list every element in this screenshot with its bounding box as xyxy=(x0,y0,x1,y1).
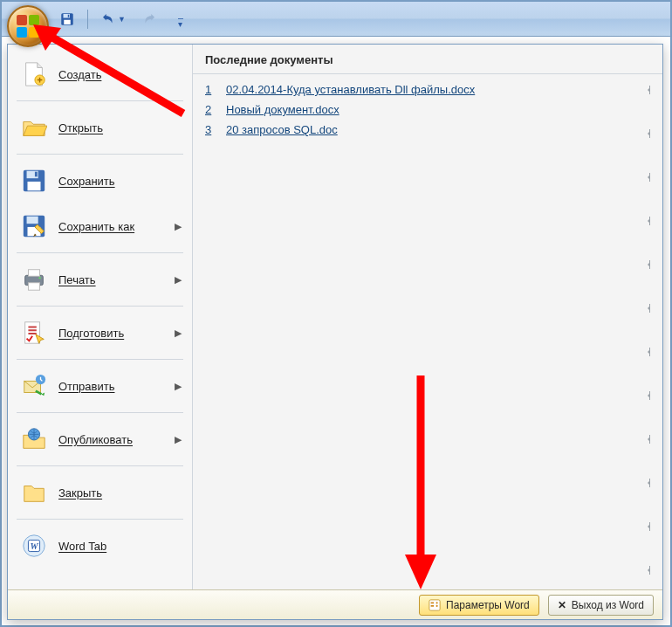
print-icon xyxy=(20,265,48,293)
recent-document-item[interactable]: 2 Новый документ.docx xyxy=(193,100,662,120)
svg-rect-10 xyxy=(27,217,38,224)
office-button[interactable] xyxy=(7,5,49,47)
submenu-arrow-icon: ▶ xyxy=(175,327,182,339)
menu-divider xyxy=(17,465,183,466)
cmd-label: Word Tab xyxy=(58,540,106,553)
exit-word-button[interactable]: ✕ Выход из Word xyxy=(548,595,654,616)
menu-divider xyxy=(17,519,183,520)
qat-save-button[interactable] xyxy=(56,10,79,29)
qat-redo-button[interactable] xyxy=(138,10,161,29)
submenu-arrow-icon: ▶ xyxy=(175,221,182,232)
menu-divider xyxy=(17,412,183,413)
close-x-icon: ✕ xyxy=(558,599,566,611)
close-folder-icon xyxy=(20,479,48,506)
recent-doc-number: 1 xyxy=(205,83,217,96)
qat-customize-button[interactable]: ⎯▾ xyxy=(175,8,187,31)
send-icon xyxy=(20,372,48,400)
menu-divider xyxy=(17,252,183,253)
office-menu-commands: Создать Открыть Сохранить Со xyxy=(8,45,193,589)
pin-icon[interactable] xyxy=(640,258,654,272)
cmd-label: Опубликовать xyxy=(58,433,133,446)
save-icon xyxy=(20,167,48,195)
menu-divider xyxy=(17,154,183,155)
svg-rect-14 xyxy=(28,283,39,290)
svg-rect-8 xyxy=(35,172,38,177)
recent-documents-panel: Последние документы 1 02.04.2014-Куда ус… xyxy=(193,45,662,589)
cmd-word-tab[interactable]: W Word Tab xyxy=(8,523,192,568)
pin-icon[interactable] xyxy=(640,83,654,97)
submenu-arrow-icon: ▶ xyxy=(175,434,182,445)
cmd-open[interactable]: Открыть xyxy=(8,105,192,150)
qat-undo-button[interactable]: ▼ xyxy=(97,10,129,29)
cmd-new[interactable]: Создать xyxy=(8,52,192,97)
word-tab-icon: W xyxy=(20,532,48,560)
recent-document-item[interactable]: 3 20 запросов SQL.doc xyxy=(193,120,662,140)
recent-doc-number: 3 xyxy=(205,123,217,136)
new-document-icon xyxy=(20,60,48,88)
svg-rect-24 xyxy=(431,602,435,603)
button-label: Выход из Word xyxy=(572,599,644,611)
svg-point-26 xyxy=(436,602,438,603)
pin-icon[interactable] xyxy=(640,389,654,403)
cmd-label: Отправить xyxy=(58,380,114,393)
pin-icon[interactable] xyxy=(640,127,654,141)
cmd-label: Создать xyxy=(58,68,101,81)
recent-documents-header: Последние документы xyxy=(193,45,662,74)
svg-rect-25 xyxy=(431,605,435,607)
pin-icon[interactable] xyxy=(640,301,654,315)
recent-document-item[interactable]: 1 02.04.2014-Куда устанавливать Dll файл… xyxy=(193,79,662,100)
svg-rect-13 xyxy=(28,270,39,277)
cmd-label: Сохранить xyxy=(58,175,115,188)
svg-rect-3 xyxy=(68,14,70,17)
pin-icon[interactable] xyxy=(640,520,654,534)
cmd-print[interactable]: Печать ▶ xyxy=(8,257,192,302)
recent-doc-name: 20 запросов SQL.doc xyxy=(226,123,338,136)
undo-icon xyxy=(100,11,116,27)
pin-icon[interactable] xyxy=(640,476,654,490)
cmd-save[interactable]: Сохранить xyxy=(8,158,192,203)
svg-text:W: W xyxy=(30,541,38,551)
cmd-prepare[interactable]: Подготовить ▶ xyxy=(8,310,192,355)
word-options-button[interactable]: Параметры Word xyxy=(419,595,539,616)
recent-doc-name: 02.04.2014-Куда устанавливать Dll файлы.… xyxy=(226,83,475,96)
dropdown-caret-icon: ▼ xyxy=(118,15,126,24)
button-label: Параметры Word xyxy=(446,599,530,611)
office-logo-icon xyxy=(17,15,39,38)
office-menu: Создать Открыть Сохранить Со xyxy=(7,44,663,620)
cmd-label: Открыть xyxy=(58,121,103,134)
pin-icon[interactable] xyxy=(640,345,654,359)
pin-icon[interactable] xyxy=(640,432,654,446)
floppy-icon xyxy=(59,11,75,27)
open-folder-icon xyxy=(20,114,48,141)
customize-caret-icon: ⎯▾ xyxy=(178,10,183,29)
pin-icon[interactable] xyxy=(640,170,654,184)
options-icon xyxy=(429,599,441,611)
svg-rect-2 xyxy=(64,19,71,24)
cmd-send[interactable]: Отправить ▶ xyxy=(8,363,192,409)
cmd-close[interactable]: Закрыть xyxy=(8,470,192,515)
menu-divider xyxy=(17,306,183,307)
pin-icon[interactable] xyxy=(640,214,654,228)
redo-icon xyxy=(141,11,157,27)
cmd-publish[interactable]: Опубликовать ▶ xyxy=(8,417,192,462)
office-menu-footer: Параметры Word ✕ Выход из Word xyxy=(8,589,662,619)
pin-column xyxy=(640,83,654,577)
svg-point-15 xyxy=(38,277,40,279)
publish-icon xyxy=(20,425,48,453)
cmd-label: Закрыть xyxy=(58,486,102,500)
cmd-save-as[interactable]: Сохранить как ▶ xyxy=(8,203,192,249)
submenu-arrow-icon: ▶ xyxy=(175,274,182,286)
qat-separator xyxy=(87,10,88,29)
prepare-icon xyxy=(20,319,48,347)
menu-divider xyxy=(17,359,183,360)
pin-icon[interactable] xyxy=(640,563,654,577)
office-menu-body: Создать Открыть Сохранить Со xyxy=(8,45,662,589)
quick-access-toolbar: ▼ ⎯▾ xyxy=(2,2,670,37)
recent-doc-number: 2 xyxy=(205,103,217,116)
cmd-label: Печать xyxy=(58,273,96,286)
recent-doc-name: Новый документ.docx xyxy=(226,103,339,116)
cmd-label: Сохранить как xyxy=(58,220,134,233)
save-as-icon xyxy=(20,212,48,240)
svg-rect-7 xyxy=(28,182,41,190)
cmd-label: Подготовить xyxy=(58,327,124,340)
